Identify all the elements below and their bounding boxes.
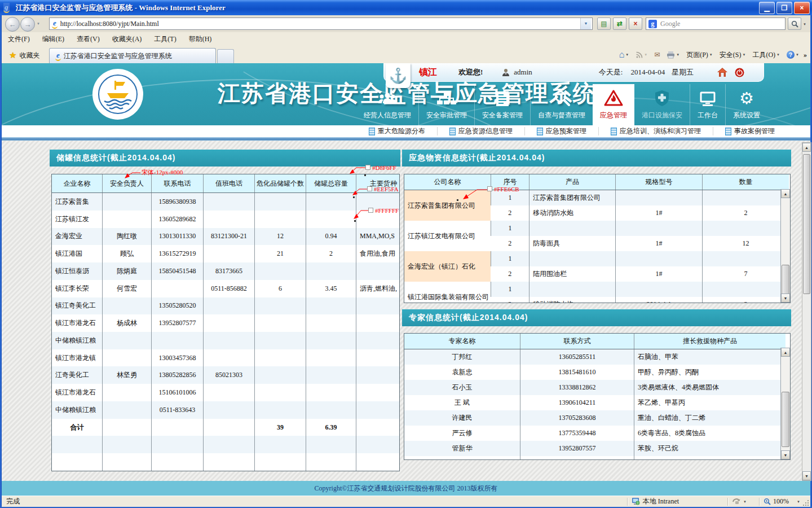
column-header: 公司名称 xyxy=(404,174,491,190)
table-cell xyxy=(356,401,400,419)
scroll-down-button[interactable]: ▼ xyxy=(781,450,790,459)
subnav-item-3[interactable]: 应急预案管理 xyxy=(524,127,598,135)
help-button[interactable]: ?▼ xyxy=(784,50,801,60)
scrollbar-thumb[interactable] xyxy=(782,392,789,447)
new-tab-stub[interactable] xyxy=(217,49,234,63)
nav-item-7[interactable]: 工作台 xyxy=(690,84,725,125)
table-cell: 陶 勇 xyxy=(404,456,520,460)
table-cell: 13815481610 xyxy=(520,365,634,380)
logout-button[interactable] xyxy=(735,68,744,77)
table-cell: 2 xyxy=(491,266,529,282)
subnav-item-label: 重大危险源分布 xyxy=(378,126,425,136)
favorites-label: 收藏夹 xyxy=(19,51,39,60)
table-cell: 食用油,食用 xyxy=(356,245,400,262)
protected-mode-button[interactable] xyxy=(732,498,741,505)
menu-item[interactable]: 查看(V) xyxy=(70,33,106,46)
page-menu-button[interactable]: 页面(P)▼ xyxy=(684,49,715,61)
table-cell: 6 xyxy=(255,280,306,297)
table-cell xyxy=(255,366,306,384)
table-cell: 陶红暾 xyxy=(103,228,152,246)
experts-scrollbar[interactable]: ▲▼ xyxy=(780,348,790,459)
tab-active[interactable]: e 江苏省港口安全监管与应急管理系统 xyxy=(49,48,216,63)
nav-item-6[interactable]: 港口设施保安 xyxy=(634,84,690,125)
compatibility-view-button[interactable]: ▤ xyxy=(597,17,611,30)
home-shortcut-button[interactable] xyxy=(717,68,727,77)
favorites-button[interactable]: ★ 收藏夹 xyxy=(4,48,45,63)
feeds-button[interactable]: ▼ xyxy=(633,50,650,60)
table-row: 中储粮镇江粮0511-833643 xyxy=(52,401,400,419)
zoom-icon xyxy=(764,498,771,505)
orgchart-icon xyxy=(437,91,456,107)
table-row: 王 斌13906104211苯乙烯、甲基丙 xyxy=(404,395,785,410)
nav-item-5[interactable]: 应急管理 xyxy=(593,84,634,125)
main-nav: 经营人信息管理安全审批管理安全备案管理自查与督查管理应急管理港口设施保安工作台⚙… xyxy=(356,84,767,125)
subnav-item-5[interactable]: 事故案例管理 xyxy=(713,127,787,135)
table-cell: 13705283608 xyxy=(520,410,634,426)
scroll-down-button[interactable]: ▼ xyxy=(802,471,811,480)
address-bar[interactable]: e http://localhost:8080/yjpt/Main.html ▼ xyxy=(49,17,593,30)
nav-item-2[interactable]: 安全审批管理 xyxy=(418,84,474,125)
scroll-down-button[interactable]: ▼ xyxy=(781,294,790,303)
nav-item-1[interactable]: 经营人信息管理 xyxy=(356,84,418,125)
search-box[interactable]: g Google xyxy=(646,17,785,30)
protected-dropdown-icon[interactable]: ▼ xyxy=(743,500,747,503)
menu-item[interactable]: 帮助(H) xyxy=(183,33,218,46)
nav-item-4[interactable]: 自查与督查管理 xyxy=(530,84,593,125)
table-cell: 2 xyxy=(703,205,789,221)
refresh-button[interactable]: ⇄ xyxy=(613,17,626,30)
table-cell xyxy=(255,314,306,332)
table-cell: 6.39 xyxy=(306,419,356,436)
table-cell xyxy=(152,419,204,436)
subnav-item-4[interactable]: 应急培训、演练和演习管理 xyxy=(598,127,713,135)
subnav-item-2[interactable]: 应急资源信息管理 xyxy=(437,127,524,135)
table-cell xyxy=(204,297,255,315)
scroll-up-button[interactable]: ▲ xyxy=(781,348,790,357)
table-cell: 3类易燃液体、4类易燃固体 xyxy=(634,380,786,395)
table-header-row: 公司名称序号产品规格型号数量 xyxy=(404,174,789,190)
restore-button[interactable]: ❐ xyxy=(776,2,792,14)
document-icon xyxy=(496,91,509,107)
table-cell: 15106101006 xyxy=(152,384,204,401)
mail-button[interactable]: ✉ xyxy=(652,50,662,60)
url-dropdown-icon[interactable]: ▼ xyxy=(580,18,591,29)
home-button[interactable]: ⌂▼ xyxy=(617,49,632,61)
nav-item-3[interactable]: 安全备案管理 xyxy=(474,84,530,125)
table-cell xyxy=(255,297,306,315)
annotation-checkbox xyxy=(367,186,372,191)
page-scrollbar[interactable]: ▲▼ xyxy=(802,142,811,481)
print-button[interactable]: ▼ xyxy=(664,50,682,60)
column-header: 规格型号 xyxy=(616,174,703,190)
minimize-button[interactable]: ▁ xyxy=(759,2,775,14)
safety-menu-button[interactable]: 安全(S)▼ xyxy=(717,49,748,61)
zoom-level[interactable]: 100% xyxy=(773,497,789,506)
user-avatar-icon xyxy=(502,68,510,77)
menu-item[interactable]: 文件(F) xyxy=(2,33,36,46)
nav-item-8[interactable]: ⚙系统设置 xyxy=(725,84,767,125)
more-commands-icon[interactable]: » xyxy=(804,51,807,59)
resize-grip[interactable] xyxy=(802,500,809,506)
tools-menu-button[interactable]: 工具(O)▼ xyxy=(750,49,782,61)
search-button[interactable] xyxy=(788,17,801,30)
close-button[interactable]: × xyxy=(794,2,810,14)
forward-button[interactable]: → xyxy=(20,17,35,32)
table-cell xyxy=(306,297,356,315)
back-button[interactable]: ← xyxy=(5,17,20,32)
history-dropdown-icon[interactable]: ▼ xyxy=(37,22,40,25)
scrollbar-thumb[interactable] xyxy=(782,265,789,295)
stop-button[interactable]: × xyxy=(629,17,642,30)
table-cell: 13605285511 xyxy=(520,349,634,365)
menu-item[interactable]: 工具(T) xyxy=(148,33,182,46)
zoom-dropdown-icon[interactable]: ▼ xyxy=(797,500,800,503)
table-cell: 石小玉 xyxy=(404,380,520,395)
scroll-up-button[interactable]: ▲ xyxy=(802,143,811,152)
table-cell: 许建民 xyxy=(404,410,520,426)
search-dropdown-icon[interactable]: ▼ xyxy=(803,23,806,26)
scroll-up-button[interactable]: ▲ xyxy=(781,189,790,198)
menu-item[interactable]: 编辑(E) xyxy=(36,33,70,46)
site-logo xyxy=(92,68,144,120)
table-cell xyxy=(356,384,400,401)
menu-item[interactable]: 收藏夹(A) xyxy=(106,33,148,46)
scrollbar-thumb[interactable] xyxy=(803,154,810,294)
supplies-scrollbar[interactable]: ▲▼ xyxy=(780,189,790,303)
subnav-item-1[interactable]: 重大危险源分布 xyxy=(357,127,437,135)
